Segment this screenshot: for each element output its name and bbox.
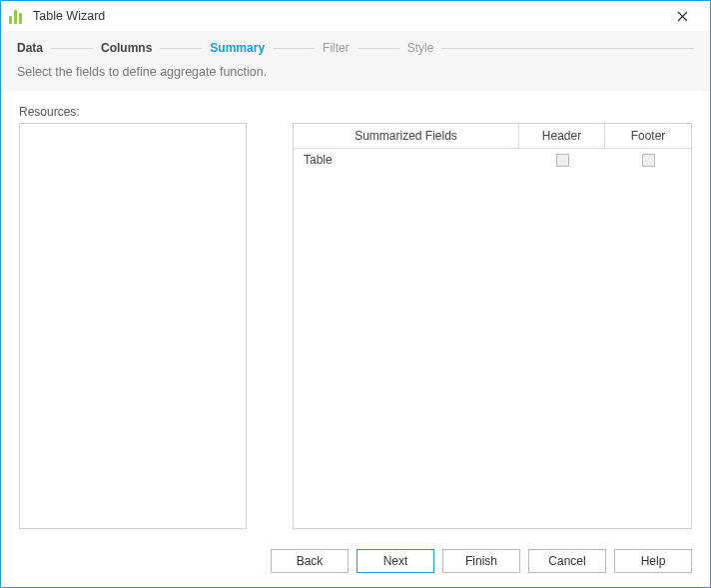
step-columns[interactable]: Columns — [101, 41, 152, 55]
step-separator — [273, 48, 315, 49]
column-header-summarized[interactable]: Summarized Fields — [294, 124, 519, 148]
summary-grid-panel: Summarized Fields Header Footer Table — [293, 105, 692, 529]
resources-panel: Resources: — [19, 105, 247, 529]
close-button[interactable] — [662, 2, 702, 30]
wizard-description: Select the fields to define aggregate fu… — [17, 65, 694, 79]
app-icon — [9, 8, 25, 24]
dialog-footer: Back Next Finish Cancel Help — [1, 539, 710, 587]
step-filter[interactable]: Filter — [323, 41, 350, 55]
wizard-body: Resources: Summarized Fields Header Foot… — [1, 91, 710, 539]
window-title: Table Wizard — [33, 9, 105, 23]
grid-header-row: Summarized Fields Header Footer — [294, 124, 691, 149]
dialog-table-wizard: Table Wizard Data Columns Summary Filter… — [0, 0, 711, 588]
grid-body: Table — [294, 149, 691, 528]
header-checkbox[interactable] — [556, 154, 569, 167]
titlebar: Table Wizard — [1, 1, 710, 31]
back-button[interactable]: Back — [271, 549, 349, 573]
resources-label: Resources: — [19, 105, 247, 119]
resources-listbox[interactable] — [19, 123, 247, 529]
row-header-cell — [519, 150, 605, 171]
table-row[interactable]: Table — [294, 149, 691, 172]
step-summary[interactable]: Summary — [210, 41, 265, 55]
step-separator — [441, 48, 694, 49]
step-separator — [160, 48, 202, 49]
cancel-button[interactable]: Cancel — [528, 549, 606, 573]
wizard-steps: Data Columns Summary Filter Style — [17, 41, 694, 55]
step-data[interactable]: Data — [17, 41, 43, 55]
row-name: Table — [294, 149, 519, 171]
footer-checkbox[interactable] — [642, 154, 655, 167]
help-button[interactable]: Help — [614, 549, 692, 573]
column-header-footer[interactable]: Footer — [605, 124, 691, 148]
finish-button[interactable]: Finish — [442, 549, 520, 573]
summary-grid: Summarized Fields Header Footer Table — [293, 123, 692, 529]
next-button[interactable]: Next — [356, 549, 434, 573]
step-separator — [51, 48, 93, 49]
wizard-header: Data Columns Summary Filter Style Select… — [1, 31, 710, 91]
row-footer-cell — [605, 150, 691, 171]
column-header-header[interactable]: Header — [519, 124, 605, 148]
step-style[interactable]: Style — [407, 41, 434, 55]
close-icon — [677, 11, 688, 22]
step-separator — [357, 48, 399, 49]
